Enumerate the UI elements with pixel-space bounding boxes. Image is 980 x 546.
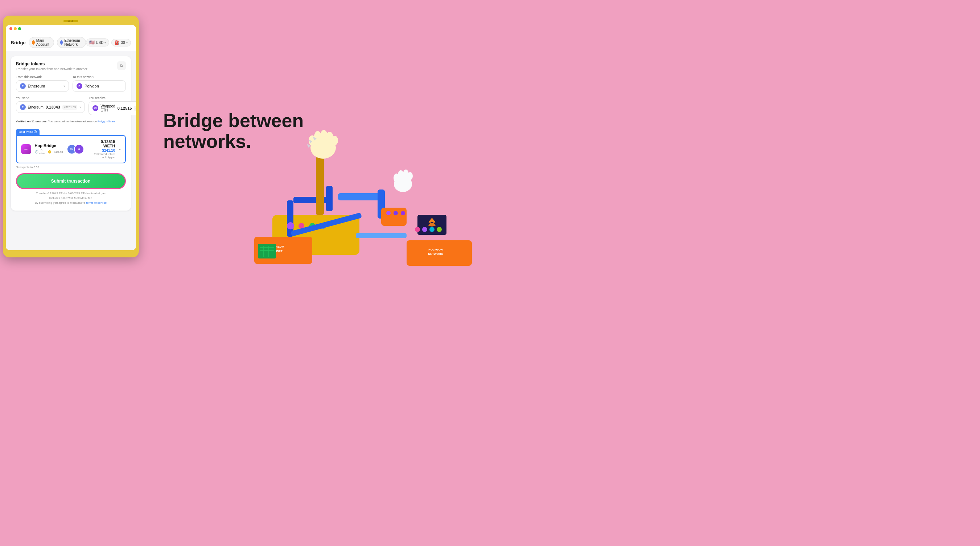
from-network-select[interactable]: E Ethereum ▾: [16, 80, 69, 92]
currency-label: USD: [96, 41, 103, 45]
network-icon: [60, 40, 63, 45]
gas-selector[interactable]: ⛽ 30 ▾: [111, 39, 130, 46]
receive-label: You receive: [89, 96, 136, 100]
hop-logo: ↔: [21, 144, 31, 154]
svg-rect-2: [293, 197, 330, 203]
card-title-group: Bridge tokens Transfer your tokens from …: [16, 61, 88, 71]
laptop-screen: Bridge Main Account Ethereum Network 🇺🇸 …: [6, 25, 136, 250]
laptop-panel: Bridge Main Account Ethereum Network 🇺🇸 …: [0, 0, 142, 273]
token-icons-stack: W M: [67, 144, 84, 154]
info-line1: Transfer 0.13043 ETH + 0.005273 ETH esti…: [16, 191, 126, 196]
send-token-group: You send E Ethereum 0.13043 +$251.53 ▾: [16, 96, 85, 115]
currency-selector[interactable]: 🇺🇸 USD ▾: [86, 38, 109, 46]
account-label: Main Account: [36, 38, 51, 46]
header-right: 🇺🇸 USD ▾ ⛽ 30 ▾: [86, 38, 130, 46]
new-quote-text: New quote in 0:59: [16, 166, 126, 169]
copy-button[interactable]: ⧉: [117, 61, 126, 70]
hop-expand-icon: ▾: [119, 147, 121, 152]
gas-label: 30: [121, 41, 125, 45]
flag-icon: 🇺🇸: [89, 40, 95, 45]
from-network-label: From this network: [16, 75, 69, 79]
hop-return: 0.12515 WETH $241.10 Estimated return on…: [91, 139, 115, 159]
from-network-value: Ethereum: [28, 84, 62, 88]
return-amount: 0.12515 WETH $241.10: [91, 139, 115, 152]
svg-point-4: [287, 222, 294, 230]
send-usd: +$251.53: [62, 105, 78, 110]
laptop-outer: Bridge Main Account Ethereum Network 🇺🇸 …: [3, 16, 139, 257]
tagline-line2: networks.: [163, 131, 468, 152]
to-network-label: To this network: [73, 75, 126, 79]
card-title: Bridge tokens: [16, 61, 88, 66]
browser-minimize-dot: [14, 27, 17, 30]
info-line3: By submitting you agree to MetaMask's te…: [16, 201, 126, 206]
receive-usd: +$241.10: [134, 106, 136, 111]
hop-fee: 🪙 ~$10.43: [48, 150, 63, 153]
right-panel: Bridge between networks.: [142, 0, 490, 273]
svg-rect-18: [338, 193, 381, 200]
svg-point-22: [398, 170, 404, 180]
transaction-info: Transfer 0.13043 ETH + 0.005273 ETH esti…: [16, 191, 126, 205]
card-subtitle: Transfer your tokens from one network to…: [16, 67, 88, 71]
send-label: You send: [16, 96, 85, 100]
camera-dot-2: [72, 20, 73, 22]
bridge-card: Bridge tokens Transfer your tokens from …: [11, 56, 131, 211]
bridge-time: ~3 mins: [39, 148, 45, 155]
gas-chevron-icon: ▾: [126, 41, 128, 44]
svg-point-45: [422, 227, 427, 232]
tagline-line1: Bridge between: [163, 110, 468, 131]
return-label: Estimated return on Polygon: [91, 152, 115, 159]
clock-icon: 🕐: [35, 150, 38, 153]
matic-icon: M: [74, 144, 84, 154]
hop-name: Hop Bridge: [35, 144, 63, 148]
receive-amount: 0.12515: [118, 106, 132, 110]
token-row: You send E Ethereum 0.13043 +$251.53 ▾ Y…: [16, 96, 126, 115]
browser-expand-dot: [18, 27, 21, 30]
svg-rect-8: [316, 157, 324, 215]
best-price-section: Best Price ⓘ ↔ Hop Bridge 🕐 ~3 mins: [16, 128, 126, 163]
currency-chevron-icon: ▾: [105, 41, 106, 44]
submit-button[interactable]: Submit transaction: [16, 173, 126, 189]
svg-text:POLYGON: POLYGON: [428, 248, 442, 251]
gas-icon: ⛽: [115, 40, 120, 45]
polygonscan-link[interactable]: PolygonScan.: [97, 120, 115, 123]
camera-bar: [6, 19, 136, 24]
send-token-select[interactable]: E Ethereum 0.13043 +$251.53 ▾: [16, 101, 85, 113]
svg-rect-32: [258, 244, 276, 259]
info-line2: Includes a 0.875% MetaMask fee: [16, 196, 126, 201]
from-network-chevron-icon: ▾: [64, 85, 65, 88]
svg-rect-3: [326, 186, 332, 211]
to-network-group: To this network P Polygon: [73, 75, 126, 92]
receive-token-select[interactable]: W Wrapped ETH 0.12515 +$241.10: [89, 101, 136, 115]
to-network-value: Polygon: [84, 84, 122, 88]
account-badge[interactable]: Main Account: [29, 37, 54, 48]
svg-point-44: [415, 227, 420, 232]
svg-point-47: [437, 227, 442, 232]
hop-time: 🕐 ~3 mins: [35, 148, 45, 155]
verified-bold: Verified on 11 sources.: [16, 120, 48, 123]
best-price-card[interactable]: ↔ Hop Bridge 🕐 ~3 mins 🪙: [16, 135, 126, 163]
browser-controls: [10, 27, 132, 30]
browser-close-dot: [10, 27, 12, 30]
receive-token-group: You receive W Wrapped ETH 0.12515 +$241.…: [89, 96, 136, 115]
return-usd: $241.10: [102, 148, 115, 152]
app-header: Bridge Main Account Ethereum Network 🇺🇸 …: [6, 34, 136, 51]
camera-notch: [64, 20, 78, 22]
send-chevron-icon: ▾: [80, 105, 81, 109]
network-badge[interactable]: Ethereum Network: [57, 37, 86, 48]
network-row: From this network E Ethereum ▾ To this n…: [16, 75, 126, 92]
svg-rect-48: [356, 233, 407, 238]
send-eth-icon: E: [20, 104, 26, 110]
svg-text:NETWORK: NETWORK: [428, 252, 443, 255]
card-header: Bridge tokens Transfer your tokens from …: [16, 61, 126, 71]
main-content: Bridge tokens Transfer your tokens from …: [6, 51, 136, 216]
bridge-fee: ~$10.43: [52, 150, 63, 153]
header-left: Bridge Main Account Ethereum Network: [11, 37, 86, 48]
send-amount: 0.13043: [46, 105, 60, 109]
svg-rect-25: [381, 208, 407, 226]
svg-point-24: [408, 172, 413, 180]
camera-dot: [68, 20, 70, 22]
polygon-icon: P: [76, 83, 82, 89]
to-network-select[interactable]: P Polygon: [73, 80, 126, 92]
verified-suffix: You can confirm the token address on: [48, 120, 97, 123]
terms-link[interactable]: terms of service: [86, 201, 107, 204]
